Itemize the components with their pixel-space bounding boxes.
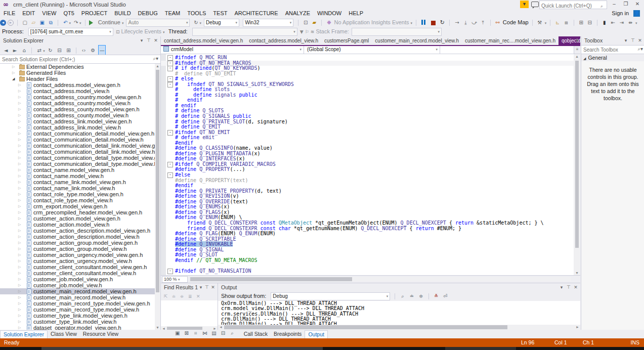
expander-icon[interactable]: ▷ bbox=[18, 264, 21, 270]
window-position-icon[interactable]: ▾ bbox=[138, 36, 145, 45]
prev-bookmark-icon[interactable]: ⇤ bbox=[610, 18, 617, 27]
home-icon[interactable]: ⌂ bbox=[20, 46, 28, 55]
find-message-icon[interactable]: ⌕ bbox=[399, 292, 406, 300]
menu-help[interactable]: HELP bbox=[345, 9, 367, 18]
expander-icon[interactable]: ▷ bbox=[18, 100, 21, 106]
editor-tab[interactable]: customer_main_record.model_view.h bbox=[372, 36, 462, 45]
pin-icon[interactable]: ⊤ bbox=[629, 36, 636, 45]
feedback-icon[interactable] bbox=[531, 2, 539, 7]
file-row[interactable]: ▷customer_client_consultant.model_view.h bbox=[0, 270, 160, 276]
expander-icon[interactable]: ▷ bbox=[18, 94, 21, 100]
find-results-content[interactable] bbox=[161, 300, 218, 326]
output-hscrollbar[interactable]: ◄ ► bbox=[218, 325, 580, 330]
menu-view[interactable]: VIEW bbox=[38, 9, 60, 18]
tree-group-row[interactable]: ▷Generated Files bbox=[0, 70, 160, 76]
expander-icon[interactable]: ▷ bbox=[18, 294, 21, 300]
file-row[interactable]: ▷customer_client_consultant.model_view.g… bbox=[0, 264, 160, 270]
redo-dropdown-icon[interactable]: ▾ bbox=[79, 21, 81, 25]
expander-icon[interactable]: ▷ bbox=[18, 191, 21, 197]
code-line[interactable]: # define signals public bbox=[161, 93, 574, 98]
file-row[interactable]: ▷customer_action_urgency.model_view.h bbox=[0, 258, 160, 264]
close-icon[interactable]: ✕ bbox=[572, 283, 579, 292]
expander-icon[interactable]: ▷ bbox=[18, 143, 21, 149]
find-symbol-results-icon[interactable]: ▣ bbox=[174, 330, 181, 336]
code-line[interactable]: -#ifndef QT_NO_TRANSLATION bbox=[161, 269, 574, 274]
file-row[interactable]: ▷customer_main_record.model_view.gen.h bbox=[0, 288, 160, 294]
bottom-tab-class-view[interactable]: Class View bbox=[48, 330, 80, 338]
code-line[interactable]: #define Q_PROPERTY(...) bbox=[161, 167, 574, 172]
expander-icon[interactable]: ▷ bbox=[18, 222, 21, 228]
fold-toggle-icon[interactable]: - bbox=[167, 162, 173, 167]
find-in-files-icon[interactable]: ⌕ bbox=[229, 330, 236, 336]
clear-results-icon[interactable]: ≣ bbox=[187, 292, 193, 301]
filter-threads-icon[interactable]: ▼ bbox=[300, 27, 304, 36]
back-icon[interactable]: ◄ bbox=[2, 46, 10, 55]
file-row[interactable]: ▷contact_communication_detail_link.model… bbox=[0, 149, 160, 155]
show-next-statement-icon[interactable]: → bbox=[453, 18, 460, 27]
view-code-icon[interactable]: ‹› bbox=[80, 46, 88, 55]
collapse-all-icon[interactable]: ⊟ bbox=[56, 46, 63, 55]
process-history-icon[interactable]: ⊡ bbox=[116, 27, 120, 36]
file-row[interactable]: ▷customer_action_description.model_view.… bbox=[0, 234, 160, 240]
code-editor[interactable]: -#ifndef Q_MOC_RUN-#ifndef QT_NO_META_MA… bbox=[161, 54, 580, 275]
menu-project[interactable]: PROJECT bbox=[78, 9, 111, 18]
editor-horizontal-scrollbar[interactable] bbox=[190, 277, 571, 281]
expander-icon[interactable]: ▷ bbox=[18, 319, 21, 325]
members-dropdown[interactable]: (Global Scope)▾ bbox=[304, 46, 440, 54]
file-row[interactable]: ▷contact_address_county.model_view.gen.h bbox=[0, 106, 160, 112]
bookmark-icon[interactable]: ▮ bbox=[601, 18, 608, 27]
toolbox-group-general[interactable]: ◢General bbox=[581, 54, 644, 61]
toolbar-overflow-icon[interactable]: ▾ bbox=[635, 21, 637, 25]
menu-edit[interactable]: EDIT bbox=[19, 9, 38, 18]
scroll-down-icon[interactable]: ▼ bbox=[155, 326, 160, 329]
expander-icon[interactable]: ▷ bbox=[18, 197, 21, 203]
menu-window[interactable]: WINDOW bbox=[314, 9, 345, 18]
fold-toggle-icon[interactable]: - bbox=[167, 66, 173, 71]
tree-scrollbar[interactable]: ▲ ▼ bbox=[155, 64, 160, 330]
file-row[interactable]: ▷contact_communication_detail_link.model… bbox=[0, 143, 160, 149]
expander-icon[interactable]: ▷ bbox=[18, 185, 21, 191]
tree-group-row[interactable]: ◢Header Files bbox=[0, 76, 160, 82]
undo-icon[interactable]: ↶ bbox=[62, 18, 69, 27]
file-row[interactable]: ▷contact_communication_detail_type.model… bbox=[0, 161, 160, 167]
bottom-tab-breakpoints[interactable]: Breakpoints bbox=[271, 330, 305, 338]
tab-overflow-icon[interactable]: ▼ bbox=[575, 38, 579, 43]
next-bookmark-icon[interactable]: ⇥ bbox=[618, 18, 625, 27]
expander-icon[interactable]: ▷ bbox=[18, 228, 21, 234]
fold-toggle-icon[interactable]: - bbox=[167, 61, 173, 66]
menu-test[interactable]: TEST bbox=[209, 9, 231, 18]
code-line[interactable]: #define Q_SIGNAL bbox=[161, 247, 574, 253]
stack-frame-combo[interactable]: ▾ bbox=[352, 28, 442, 36]
file-row[interactable]: ▷contact_communication_detail_type.model… bbox=[0, 155, 160, 161]
file-row[interactable]: ▷customer_action.model_view.h bbox=[0, 222, 160, 228]
expander-icon[interactable]: ▷ bbox=[18, 203, 21, 209]
application-insights-icon[interactable]: ▰ bbox=[311, 18, 318, 27]
file-row[interactable]: ▷contact_communication_detail.model_view… bbox=[0, 130, 160, 137]
expander-icon[interactable]: ▷ bbox=[18, 325, 21, 330]
file-row[interactable]: ▷contact_name.model_view.h bbox=[0, 173, 160, 179]
minimize-button[interactable]: – bbox=[609, 0, 620, 9]
go-to-location-icon[interactable]: ⇱ bbox=[162, 292, 169, 301]
expander-icon[interactable]: ▷ bbox=[18, 118, 21, 124]
sync-dropdown-icon[interactable]: ▾ bbox=[43, 49, 45, 53]
find-results-header[interactable]: Find Results 1 ▾ ⊤ ✕ bbox=[161, 283, 218, 292]
expander-icon[interactable]: ▷ bbox=[18, 149, 21, 155]
file-row[interactable]: ▷customer_main_record_type.model_view.ge… bbox=[0, 300, 160, 307]
code-line[interactable]: # endif bbox=[161, 98, 574, 103]
show-all-files-icon[interactable]: ⊞ bbox=[65, 46, 72, 55]
close-button[interactable]: ✕ bbox=[632, 0, 643, 9]
close-icon[interactable]: ✕ bbox=[636, 36, 643, 45]
expander-icon[interactable]: ▷ bbox=[18, 106, 21, 112]
bottom-tab-output[interactable]: Output bbox=[305, 330, 328, 338]
expander-icon[interactable]: ▷ bbox=[18, 270, 21, 276]
menu-architecture[interactable]: ARCHITECTURE bbox=[231, 9, 281, 18]
diagnostics-icon[interactable]: ⊾ bbox=[554, 18, 561, 27]
forward-icon[interactable]: ► bbox=[11, 46, 19, 55]
expander-icon[interactable]: ▷ bbox=[18, 130, 21, 137]
scroll-up-icon[interactable]: ▲ bbox=[155, 64, 160, 68]
break-all-icon[interactable] bbox=[421, 18, 426, 27]
restore-button[interactable]: ❐ bbox=[620, 0, 631, 9]
expander-icon[interactable]: ▷ bbox=[18, 246, 21, 252]
file-row[interactable]: ▷contact_address_county.model_view.h bbox=[0, 112, 160, 118]
file-row[interactable]: ▷contact_role_type.model_view.h bbox=[0, 197, 160, 203]
